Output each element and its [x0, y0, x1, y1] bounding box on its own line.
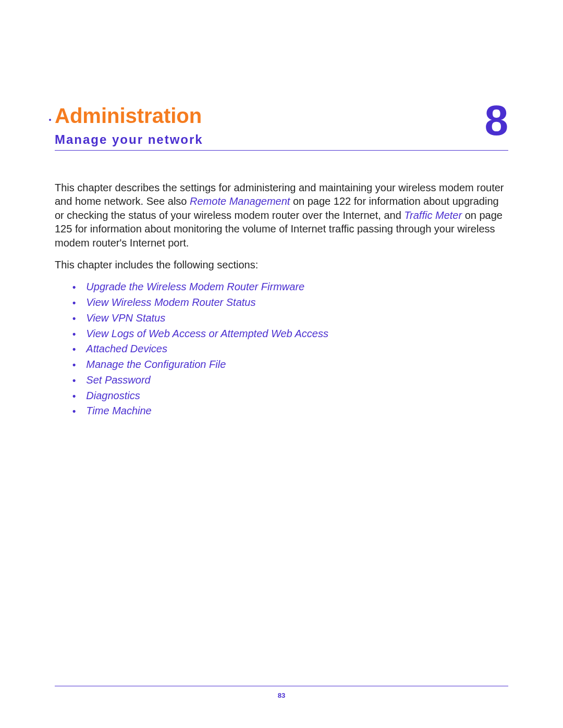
chapter-marker-dot: [49, 119, 51, 121]
list-item: • View Wireless Modem Router Status: [72, 295, 508, 310]
chapter-number: 8: [484, 101, 508, 140]
sections-intro: This chapter includes the following sect…: [55, 258, 508, 272]
section-list: • Upgrade the Wireless Modem Router Firm…: [55, 280, 508, 418]
bullet-icon: •: [72, 375, 76, 387]
list-item: • Upgrade the Wireless Modem Router Firm…: [72, 280, 508, 294]
section-link[interactable]: Attached Devices: [86, 342, 167, 355]
list-item: • Manage the Configuration File: [72, 357, 508, 372]
link-traffic-meter[interactable]: Traffic Meter: [404, 209, 462, 221]
bullet-icon: •: [72, 281, 76, 294]
section-link[interactable]: Diagnostics: [86, 389, 140, 402]
chapter-title: Administration: [55, 104, 203, 127]
link-remote-management[interactable]: Remote Management: [190, 195, 290, 207]
section-link[interactable]: View Wireless Modem Router Status: [86, 295, 255, 309]
document-page: Administration Manage your network 8 Thi…: [0, 0, 563, 728]
intro-paragraph: This chapter describes the settings for …: [55, 181, 508, 250]
title-block: Administration Manage your network: [55, 104, 203, 147]
section-link[interactable]: Manage the Configuration File: [86, 357, 226, 371]
bullet-icon: •: [72, 313, 76, 325]
chapter-header: Administration Manage your network 8: [55, 104, 508, 151]
bullet-icon: •: [72, 297, 76, 310]
bullet-icon: •: [72, 343, 76, 356]
section-link[interactable]: View Logs of Web Access or Attempted Web…: [86, 327, 328, 340]
section-link[interactable]: Time Machine: [86, 404, 151, 417]
list-item: • Diagnostics: [72, 389, 508, 403]
section-link[interactable]: Set Password: [86, 373, 150, 387]
bullet-icon: •: [72, 359, 76, 372]
footer-rule: [55, 686, 508, 686]
section-link[interactable]: View VPN Status: [86, 311, 165, 325]
bullet-icon: •: [72, 405, 76, 418]
section-link[interactable]: Upgrade the Wireless Modem Router Firmwa…: [86, 280, 304, 293]
list-item: • Set Password: [72, 373, 508, 387]
list-item: • View Logs of Web Access or Attempted W…: [72, 327, 508, 341]
body-content: This chapter describes the settings for …: [55, 181, 508, 418]
chapter-subtitle: Manage your network: [55, 132, 203, 147]
list-item: • Time Machine: [72, 404, 508, 418]
list-item: • Attached Devices: [72, 342, 508, 356]
bullet-icon: •: [72, 328, 76, 341]
list-item: • View VPN Status: [72, 311, 508, 325]
bullet-icon: •: [72, 390, 76, 403]
page-number: 83: [0, 692, 563, 699]
